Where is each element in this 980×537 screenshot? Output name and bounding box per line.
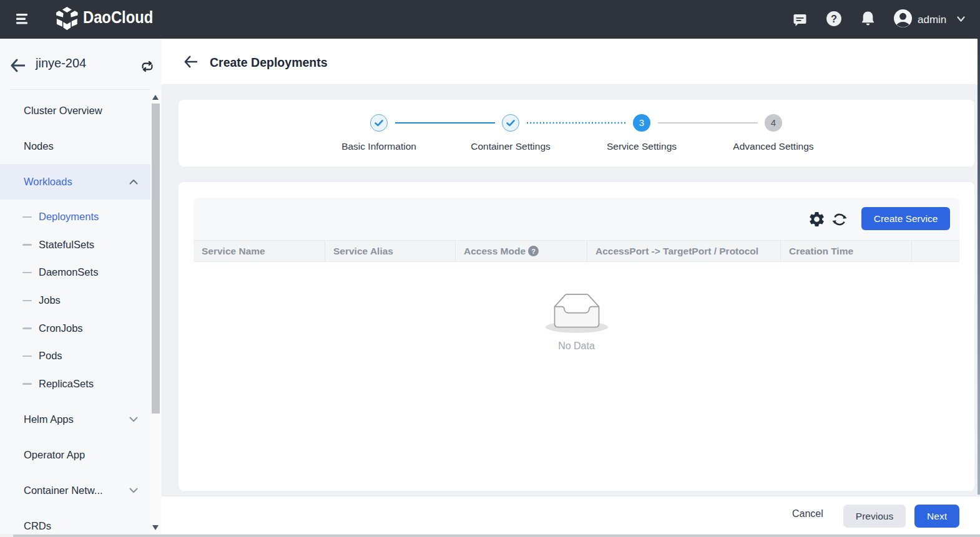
svg-text:?: ? xyxy=(831,13,837,24)
svg-text:?: ? xyxy=(532,248,536,255)
